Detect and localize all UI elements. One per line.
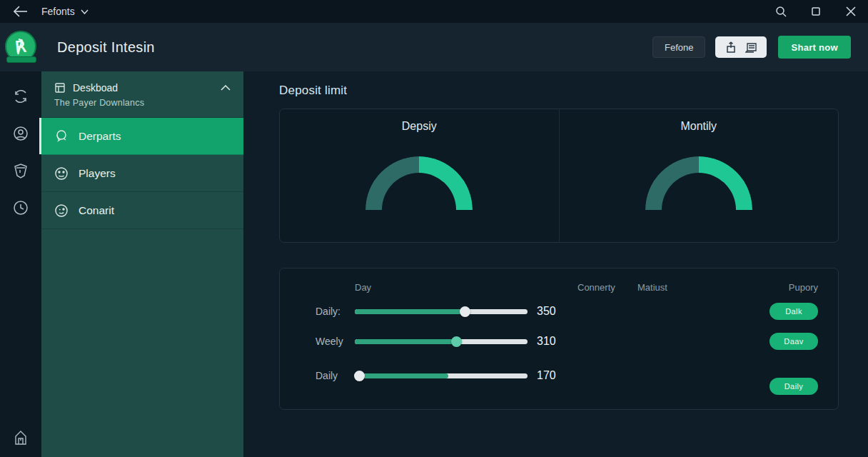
slider-value: 310 [537,335,572,348]
icon-rail [0,71,41,457]
back-button[interactable] [0,6,41,17]
maximize-button[interactable] [798,0,833,23]
slider-thumb[interactable] [460,306,470,317]
account-button[interactable] [11,124,30,143]
slider-fill [355,373,448,378]
slider-thumb[interactable] [451,336,462,347]
row-label: Weely [316,336,355,347]
sidebar-item-label: Conarit [79,204,114,217]
row-label: Daily: [316,306,355,317]
gauges-card: Depsiy Montily [279,109,839,243]
start-now-button[interactable]: Shart now [778,36,851,59]
daily-button[interactable]: Daily [769,378,818,395]
close-icon [846,6,856,16]
slider-thumb[interactable] [354,371,365,381]
column-header-day: Day [355,282,371,293]
column-header-matiust: Matiust [637,282,667,293]
sidebar-section-deskboad[interactable]: Deskboad The Payer Downlancs [41,71,243,118]
home-icon [14,430,28,446]
dashboard-icon [54,82,66,94]
share-icon[interactable] [725,41,737,54]
half-donut-gauge [365,156,473,210]
gauge-title: Montily [680,120,717,133]
daily-limit-slider[interactable] [355,309,528,314]
limits-header-row: Day Connerty Matiust Pupory [316,280,818,296]
slider-fill [355,309,465,314]
row-label: Daily [316,370,355,381]
section-heading: Deposit limit [279,84,839,98]
close-button[interactable] [833,0,868,23]
chevron-up-icon[interactable] [221,85,231,91]
app-logo: ℟ [5,31,38,64]
list-icon[interactable] [745,42,757,53]
column-header-pupory: Pupory [789,282,818,293]
weekly-limit-slider[interactable] [355,339,528,344]
home-button[interactable] [11,428,30,447]
sync-icon [13,89,29,104]
page-title: Deposit Intesin [57,39,155,56]
clock-icon [13,200,29,216]
app-menu-label: Fefonts [41,6,75,17]
half-donut-gauge [645,156,752,210]
limit-row-daily-1: Daily: 350 Dalk [316,297,818,326]
sidebar-section-subtitle: The Payer Downlancs [54,98,231,108]
gauge-panel-depsiy: Depsiy [280,109,560,242]
maximize-icon [811,6,821,16]
sync-button[interactable] [11,87,30,106]
security-button[interactable] [11,161,30,180]
limits-card: Day Connerty Matiust Pupory Daily: 350 D… [279,268,839,410]
sidebar-section-label: Deskboad [73,82,213,94]
slider-fill [355,339,457,344]
dalk-button[interactable]: Dalk [769,303,818,320]
search-button[interactable] [763,0,798,23]
contact-face-icon [54,204,69,218]
back-arrow-icon [14,6,28,17]
agent-headset-icon [54,129,69,144]
player-face-icon [54,166,69,181]
shield-icon [14,163,28,179]
gauge-title: Depsiy [402,120,437,133]
slider-value: 350 [537,305,572,318]
app-menu[interactable]: Fefonts [41,6,89,17]
daav-button[interactable]: Daav [769,333,818,350]
logo-banner [6,56,36,63]
search-icon [775,6,787,17]
fefone-button[interactable]: Fefone [652,36,705,58]
column-header-connerty: Connerty [577,282,615,293]
sidebar-item-players[interactable]: Players [41,155,243,192]
gauge-panel-montily: Montily [560,109,839,242]
sidebar-item-conarit[interactable]: Conarit [41,192,243,229]
app-window: Fefonts ℟ Deposit Intesin [0,0,868,457]
daily-limit-slider-2[interactable] [355,373,528,378]
limit-row-daily-2: Daily 170 Daily [316,361,818,390]
sidebar: Deskboad The Payer Downlancs Derparts Pl… [41,71,243,457]
logo-glyph: ℟ [14,36,27,56]
header-icon-group [715,36,767,58]
app-header: ℟ Deposit Intesin Fefone Shart now [0,23,868,71]
chevron-down-icon [81,9,89,14]
sidebar-item-label: Derparts [79,130,121,143]
limit-row-weely: Weely 310 Daav [316,327,818,356]
slider-value: 170 [537,369,572,382]
user-circle-icon [13,126,29,141]
history-button[interactable] [11,199,30,217]
sidebar-item-derparts[interactable]: Derparts [41,118,243,155]
sidebar-item-label: Players [79,167,116,180]
titlebar: Fefonts [0,0,868,23]
main-content: Deposit limit Depsiy Montily Day [243,71,868,457]
